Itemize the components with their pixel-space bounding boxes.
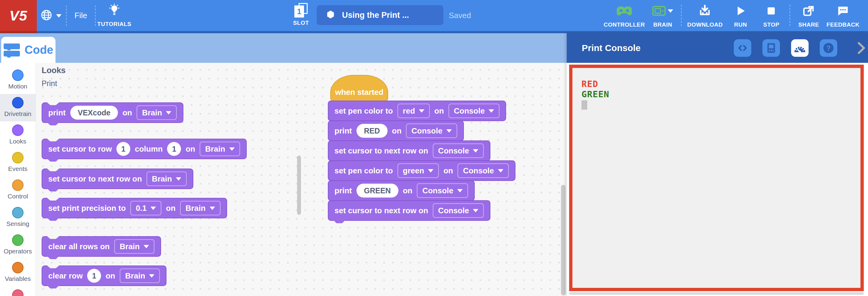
- block-label: on: [185, 144, 195, 154]
- set-pen-color-green-block[interactable]: set pen color togreenonConsole: [328, 160, 516, 181]
- category-label: Looks: [9, 138, 26, 145]
- brain-button[interactable]: BRAIN: [647, 2, 678, 30]
- block-label: on: [392, 126, 402, 136]
- chevron-down-icon: [144, 245, 149, 248]
- clear-row-block[interactable]: clear row1onBrain: [42, 266, 166, 286]
- saved-status: Saved: [449, 0, 471, 31]
- category-label: Variables: [5, 275, 31, 282]
- number-input[interactable]: 1: [116, 142, 130, 156]
- sidebar-item-control[interactable]: Control: [0, 177, 36, 204]
- svg-text:?: ?: [826, 45, 831, 52]
- clear-all-rows-block[interactable]: clear all rows onBrain: [42, 236, 161, 257]
- run-button[interactable]: RUN: [725, 2, 756, 30]
- set-cursor-next-row-1-block[interactable]: set cursor to next row onConsole: [328, 140, 490, 161]
- brain-screen-panel-button[interactable]: [763, 39, 780, 57]
- chevron-down-icon: [149, 274, 154, 277]
- sidebar-item-motion[interactable]: Motion: [0, 66, 36, 94]
- when-started-hat-block[interactable]: when started: [330, 75, 388, 101]
- number-input[interactable]: 1: [167, 142, 181, 156]
- set-pen-color-red-block[interactable]: set pen color toredonConsole: [328, 101, 506, 121]
- sidebar-item-variables[interactable]: Variables: [0, 259, 36, 286]
- sidebar-item-sensing[interactable]: Sensing: [0, 204, 36, 231]
- dropdown-brain[interactable]: Brain: [114, 239, 154, 254]
- dropdown-brain[interactable]: Brain: [180, 201, 220, 215]
- feedback-icon: [837, 2, 849, 19]
- globe-icon: [40, 9, 53, 22]
- blocks-workspace[interactable]: Looks Print printVEXcodeonBrainset curso…: [36, 63, 567, 296]
- dropdown-console[interactable]: Console: [433, 143, 484, 158]
- category-label: Control: [7, 193, 28, 200]
- block-label: clear all rows on: [48, 242, 110, 251]
- download-button[interactable]: DOWNLOAD: [685, 2, 725, 30]
- console-output-line: GREEN: [582, 89, 861, 99]
- tab-strip: Code: [0, 33, 567, 63]
- print-console-panel-button[interactable]: [791, 39, 809, 57]
- top-toolbar: V5 File: [0, 0, 868, 31]
- slot-button[interactable]: 1 SLOT: [288, 3, 314, 26]
- text-input[interactable]: GREEN: [356, 184, 398, 197]
- file-menu[interactable]: File: [74, 0, 87, 31]
- dropdown-console[interactable]: Console: [417, 183, 468, 198]
- console-horizontal-scrollbar[interactable]: [569, 292, 864, 295]
- palette-row: clear row1onBrain: [42, 266, 166, 286]
- block-category-sidebar: MotionDrivetrainLooksEventsControlSensin…: [0, 63, 36, 296]
- dropdown-0-1[interactable]: 0.1: [130, 201, 161, 215]
- sidebar-item-events[interactable]: Events: [0, 149, 36, 177]
- slot-number: 1: [294, 5, 304, 18]
- code-icon: [737, 42, 749, 54]
- sidebar-item-operators[interactable]: Operators: [0, 231, 36, 259]
- palette-scrollbar[interactable]: [297, 156, 301, 215]
- dropdown-brain[interactable]: Brain: [120, 269, 160, 283]
- dropdown-green[interactable]: green: [398, 163, 439, 178]
- canvas-scrollbar[interactable]: [561, 185, 565, 295]
- tutorials-button[interactable]: TUTORIALS: [98, 4, 130, 27]
- help-panel-button[interactable]: ?: [820, 39, 837, 57]
- sidebar-item-drivetrain[interactable]: Drivetrain: [0, 94, 36, 122]
- tab-code[interactable]: Code: [1, 37, 56, 63]
- collapse-panel-chevron-icon[interactable]: [854, 40, 868, 56]
- stop-button[interactable]: STOP: [756, 2, 786, 30]
- set-cursor-next-row-2-block[interactable]: set cursor to next row onConsole: [328, 200, 490, 221]
- chevron-down-icon: [498, 169, 503, 172]
- language-menu[interactable]: [40, 9, 62, 22]
- set-cursor-row-column-block[interactable]: set cursor to row1column1onBrain: [42, 139, 247, 159]
- console-cursor: [582, 100, 587, 110]
- dropdown-brain[interactable]: Brain: [136, 105, 177, 120]
- sidebar-item-looks[interactable]: Looks: [0, 122, 36, 149]
- print-green-block[interactable]: printGREENonConsole: [328, 180, 475, 201]
- text-input[interactable]: VEXcode: [70, 106, 118, 119]
- dropdown-console[interactable]: Console: [433, 203, 484, 218]
- feedback-label: FEEDBACK: [826, 22, 860, 28]
- block-label: set print precision to: [48, 204, 126, 213]
- download-label: DOWNLOAD: [687, 22, 723, 28]
- hexagon-icon: [326, 10, 335, 21]
- dropdown-brain[interactable]: Brain: [147, 171, 187, 186]
- category-list: MotionDrivetrainLooksEventsControlSensin…: [0, 66, 36, 296]
- text-input[interactable]: RED: [356, 124, 388, 138]
- palette-row: set print precision to0.1onBrain: [42, 198, 227, 218]
- feedback-button[interactable]: FEEDBACK: [824, 2, 862, 30]
- chevron-down-icon: [151, 207, 156, 210]
- print-on-brain-block[interactable]: printVEXcodeonBrain: [42, 102, 183, 123]
- category-label: Operators: [4, 248, 32, 255]
- dropdown-red[interactable]: red: [398, 104, 430, 118]
- dropdown-value: Console: [438, 146, 469, 156]
- set-print-precision-block[interactable]: set print precision to0.1onBrain: [42, 198, 227, 218]
- set-cursor-next-row-block[interactable]: set cursor to next row onBrain: [42, 168, 193, 189]
- number-input[interactable]: 1: [87, 269, 101, 283]
- print-red-block[interactable]: printREDonConsole: [328, 120, 464, 141]
- vex-v5-logo[interactable]: V5: [0, 0, 37, 31]
- panel-header: Print Console ?: [567, 33, 868, 63]
- dropdown-brain[interactable]: Brain: [200, 142, 240, 156]
- dropdown-console[interactable]: Console: [406, 124, 457, 138]
- code-panel-button[interactable]: [734, 39, 751, 57]
- dropdown-console[interactable]: Console: [448, 104, 500, 118]
- dropdown-console[interactable]: Console: [458, 163, 509, 178]
- dropdown-value: green: [403, 166, 424, 176]
- sidebar-item-item[interactable]: [0, 286, 36, 296]
- share-icon: [802, 2, 815, 19]
- project-name-button[interactable]: Using the Print ...: [317, 5, 443, 25]
- share-button[interactable]: SHARE: [793, 2, 824, 30]
- controller-button[interactable]: CONTROLLER: [601, 2, 648, 30]
- events-category-icon: [12, 152, 24, 163]
